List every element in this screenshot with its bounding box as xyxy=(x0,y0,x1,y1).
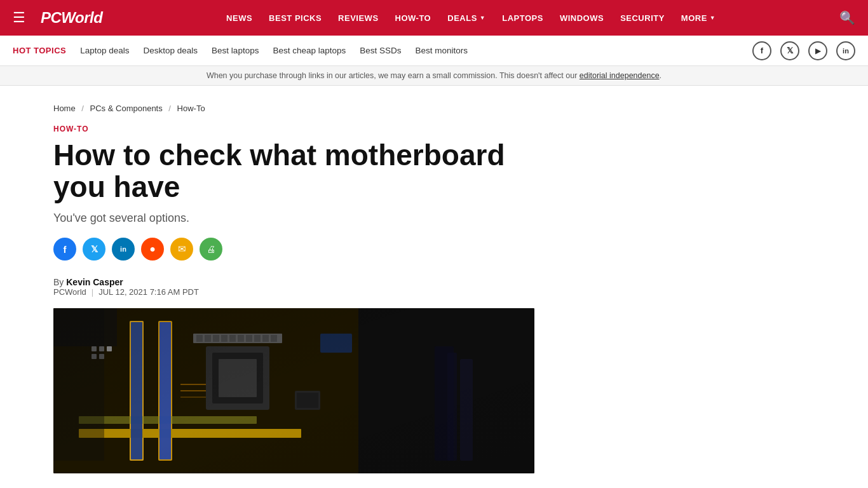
hot-topics-label: HOT TOPICS xyxy=(13,46,66,55)
share-twitter[interactable]: 𝕏 xyxy=(83,238,105,261)
hot-topic-best-laptops[interactable]: Best laptops xyxy=(212,46,259,55)
breadcrumb: Home / PCs & Components / How-To xyxy=(53,104,557,113)
hot-topic-laptop-deals[interactable]: Laptop deals xyxy=(80,46,129,55)
breadcrumb-pcs-components[interactable]: PCs & Components xyxy=(90,104,163,113)
nav-more[interactable]: MORE ▼ xyxy=(681,13,715,23)
hot-topic-desktop-deals[interactable]: Desktop deals xyxy=(144,46,198,55)
article-container: Home / PCs & Components / How-To HOW-TO … xyxy=(0,86,610,473)
hot-topic-best-monitors[interactable]: Best monitors xyxy=(416,46,468,55)
breadcrumb-sep-1: / xyxy=(81,104,84,113)
hot-topics-bar: HOT TOPICS Laptop deals Desktop deals Be… xyxy=(0,36,868,66)
nav-how-to[interactable]: HOW-TO xyxy=(395,13,431,23)
author-line: By Kevin Casper xyxy=(53,277,557,287)
disclaimer-bar: When you purchase through links in our a… xyxy=(0,66,868,86)
top-nav: ☰ PCWorld NEWS BEST PICKS REVIEWS HOW-TO… xyxy=(0,0,868,36)
nav-laptops[interactable]: LAPTOPS xyxy=(502,13,543,23)
search-icon[interactable]: 🔍 xyxy=(839,10,855,25)
breadcrumb-home[interactable]: Home xyxy=(53,104,76,113)
nav-reviews[interactable]: REVIEWS xyxy=(338,13,378,23)
disclaimer-text: When you purchase through links in our a… xyxy=(207,71,580,80)
share-print[interactable]: 🖨 xyxy=(200,238,222,261)
author-meta-sep: | xyxy=(92,287,93,297)
linkedin-icon[interactable]: in xyxy=(836,41,855,60)
motherboard-illustration xyxy=(53,308,534,473)
breadcrumb-how-to[interactable]: How-To xyxy=(177,104,205,113)
breadcrumb-sep-2: / xyxy=(168,104,171,113)
editorial-independence-link[interactable]: editorial independence xyxy=(580,71,660,80)
author-by: By xyxy=(53,277,66,287)
share-email[interactable]: ✉ xyxy=(170,238,193,261)
nav-best-picks[interactable]: BEST PICKS xyxy=(269,13,322,23)
site-logo[interactable]: PCWorld xyxy=(41,9,102,27)
article-source[interactable]: PCWorld xyxy=(53,287,86,297)
author-name[interactable]: Kevin Casper xyxy=(66,277,123,287)
hamburger-icon[interactable]: ☰ xyxy=(13,10,25,26)
social-icons: f 𝕏 ▶ in xyxy=(752,41,855,60)
facebook-icon[interactable]: f xyxy=(752,41,771,60)
share-reddit[interactable]: ● xyxy=(141,238,164,261)
author-block: By Kevin Casper PCWorld | JUL 12, 2021 7… xyxy=(53,277,557,297)
article-category: HOW-TO xyxy=(53,125,557,133)
share-buttons: f 𝕏 in ● ✉ 🖨 xyxy=(53,238,557,261)
twitter-icon[interactable]: 𝕏 xyxy=(780,41,799,60)
youtube-icon[interactable]: ▶ xyxy=(808,41,827,60)
nav-security[interactable]: SECURITY xyxy=(620,13,665,23)
hero-image xyxy=(53,308,534,473)
nav-deals[interactable]: DEALS ▼ xyxy=(447,13,485,23)
author-meta: PCWorld | JUL 12, 2021 7:16 AM PDT xyxy=(53,287,557,297)
share-facebook[interactable]: f xyxy=(53,238,76,261)
hot-topic-best-ssds[interactable]: Best SSDs xyxy=(360,46,401,55)
nav-windows[interactable]: WINDOWS xyxy=(560,13,604,23)
article-date: JUL 12, 2021 7:16 AM PDT xyxy=(98,287,199,297)
svg-rect-40 xyxy=(53,308,534,473)
nav-news[interactable]: NEWS xyxy=(226,13,252,23)
nav-links: NEWS BEST PICKS REVIEWS HOW-TO DEALS ▼ L… xyxy=(118,13,824,23)
disclaimer-text-end: . xyxy=(660,71,661,80)
share-linkedin[interactable]: in xyxy=(112,238,135,261)
hot-topic-best-cheap-laptops[interactable]: Best cheap laptops xyxy=(273,46,346,55)
article-title: How to check what motherboard you have xyxy=(53,140,536,203)
article-subtitle: You've got several options. xyxy=(53,212,557,225)
